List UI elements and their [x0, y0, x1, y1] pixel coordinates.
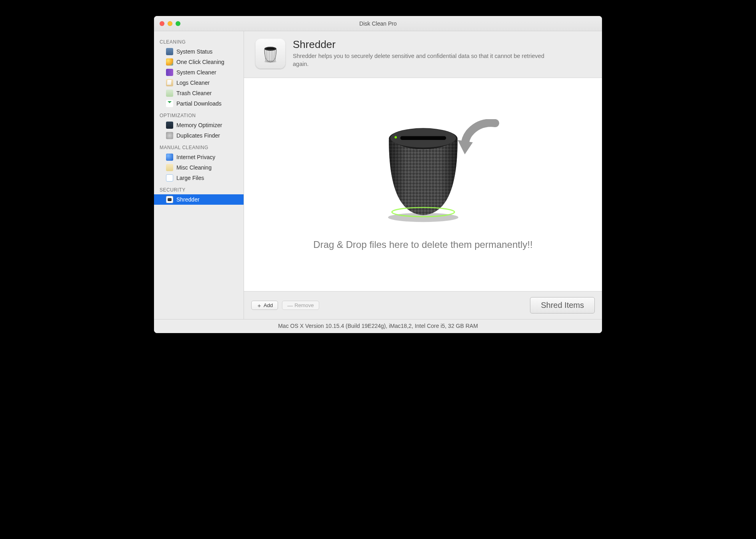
- sidebar-item-system-cleaner[interactable]: System Cleaner: [154, 67, 244, 78]
- large-files-icon: [166, 174, 173, 182]
- remove-button[interactable]: — Remove: [282, 301, 319, 310]
- section-header-manual-cleaning: MANUAL CLEANING: [154, 141, 244, 152]
- duplicates-icon: [166, 132, 173, 139]
- sidebar-item-label: System Status: [176, 48, 212, 55]
- svg-rect-7: [400, 136, 446, 140]
- one-click-icon: [166, 58, 173, 66]
- shredder-icon: [166, 196, 173, 203]
- sidebar-item-label: System Cleaner: [176, 69, 216, 76]
- add-button-label: Add: [264, 302, 273, 308]
- sidebar-item-shredder[interactable]: Shredder: [154, 194, 244, 205]
- logs-cleaner-icon: [166, 79, 173, 86]
- minus-icon: —: [287, 303, 293, 308]
- globe-icon: [166, 154, 173, 161]
- sidebar-item-internet-privacy[interactable]: Internet Privacy: [154, 152, 244, 162]
- sidebar-item-one-click-cleaning[interactable]: One Click Cleaning: [154, 57, 244, 67]
- sidebar-item-label: Memory Optimizer: [176, 122, 222, 128]
- sidebar: CLEANING System Status One Click Cleanin…: [154, 31, 244, 319]
- trash-cleaner-icon: [166, 90, 173, 97]
- sidebar-item-label: Misc Cleaning: [176, 164, 212, 171]
- drop-arrow-icon: [451, 119, 499, 163]
- sidebar-item-label: Duplicates Finder: [176, 132, 220, 139]
- close-window-button[interactable]: [160, 21, 164, 26]
- system-cleaner-icon: [166, 69, 173, 76]
- zoom-window-button[interactable]: [176, 21, 180, 26]
- page-header: Shredder Shredder helps you to securely …: [244, 31, 602, 78]
- header-shredder-icon: [255, 38, 286, 69]
- minimize-window-button[interactable]: [168, 21, 172, 26]
- sidebar-item-memory-optimizer[interactable]: Memory Optimizer: [154, 120, 244, 130]
- plus-icon: ＋: [256, 303, 262, 308]
- main-panel: Shredder Shredder helps you to securely …: [244, 31, 602, 319]
- page-title: Shredder: [293, 38, 549, 51]
- svg-point-8: [394, 136, 397, 138]
- shred-items-button[interactable]: Shred Items: [530, 297, 595, 313]
- svg-point-2: [264, 60, 276, 63]
- remove-button-label: Remove: [294, 302, 314, 308]
- app-window: Disk Clean Pro CLEANING System Status On…: [154, 16, 602, 333]
- titlebar: Disk Clean Pro: [154, 16, 602, 31]
- drop-caption: Drag & Drop files here to delete them pe…: [313, 239, 532, 250]
- sidebar-item-partial-downloads[interactable]: Partial Downloads: [154, 98, 244, 109]
- sidebar-item-label: One Click Cleaning: [176, 59, 224, 65]
- sidebar-item-label: Shredder: [176, 196, 200, 203]
- section-header-optimization: OPTIMIZATION: [154, 109, 244, 120]
- toolbar: ＋ Add — Remove Shred Items: [244, 291, 602, 319]
- page-subtitle: Shredder helps you to securely delete se…: [293, 52, 549, 68]
- section-header-cleaning: CLEANING: [154, 35, 244, 46]
- download-icon: [166, 100, 173, 107]
- status-bar: Mac OS X Version 10.15.4 (Build 19E224g)…: [154, 319, 602, 333]
- misc-icon: [166, 164, 173, 171]
- sidebar-item-trash-cleaner[interactable]: Trash Cleaner: [154, 88, 244, 98]
- sidebar-item-label: Partial Downloads: [176, 100, 222, 107]
- drop-graphic: [351, 119, 495, 227]
- sidebar-item-misc-cleaning[interactable]: Misc Cleaning: [154, 162, 244, 173]
- sidebar-item-system-status[interactable]: System Status: [154, 46, 244, 57]
- sidebar-item-duplicates-finder[interactable]: Duplicates Finder: [154, 130, 244, 141]
- window-title: Disk Clean Pro: [154, 20, 602, 27]
- add-button[interactable]: ＋ Add: [251, 301, 278, 310]
- memory-icon: [166, 122, 173, 129]
- sidebar-item-label: Trash Cleaner: [176, 90, 212, 96]
- sidebar-item-logs-cleaner[interactable]: Logs Cleaner: [154, 78, 244, 88]
- sidebar-item-label: Large Files: [176, 175, 204, 181]
- svg-rect-1: [266, 48, 274, 50]
- svg-marker-3: [458, 140, 473, 154]
- sidebar-item-label: Internet Privacy: [176, 154, 215, 160]
- section-header-security: SECURITY: [154, 183, 244, 194]
- drop-zone[interactable]: Drag & Drop files here to delete them pe…: [244, 78, 602, 291]
- window-controls: [160, 21, 180, 26]
- monitor-icon: [166, 48, 173, 55]
- sidebar-item-label: Logs Cleaner: [176, 80, 210, 86]
- sidebar-item-large-files[interactable]: Large Files: [154, 173, 244, 183]
- system-info-text: Mac OS X Version 10.15.4 (Build 19E224g)…: [278, 323, 478, 329]
